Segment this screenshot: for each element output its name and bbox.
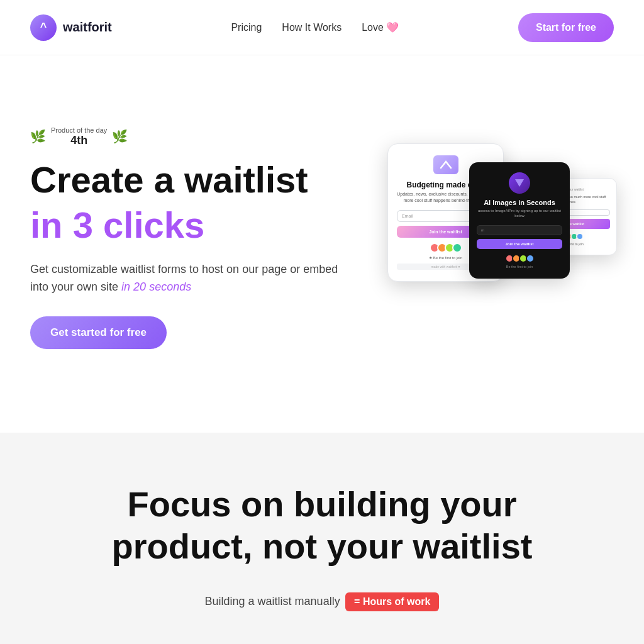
navbar: ^ waitforit Pricing How It Works Love 🩷 … bbox=[0, 0, 644, 55]
logo-area: ^ waitforit bbox=[30, 14, 112, 41]
brand-name: waitforit bbox=[63, 20, 112, 35]
hero-subtitle: in 3 clicks bbox=[30, 205, 357, 245]
hero-desc-link[interactable]: in 20 seconds bbox=[121, 280, 191, 293]
bottom-heading: Focus on building your product, not your… bbox=[70, 483, 574, 567]
avatar-4 bbox=[452, 243, 462, 253]
mockup-main-logo-icon bbox=[433, 155, 458, 174]
wreath-right-icon: 🌿 bbox=[112, 129, 128, 144]
hero-mockups: Budgeting made easy Updates, news, exclu… bbox=[387, 143, 614, 332]
mockup-dark-btn: Join the waitlist bbox=[477, 239, 562, 249]
wreath-left-icon: 🌿 bbox=[30, 129, 46, 144]
badge-content: Product of the day 4th bbox=[51, 126, 107, 147]
mockup-dark-logo bbox=[509, 172, 530, 194]
logo-symbol: ^ bbox=[40, 21, 47, 34]
nav-link-how-it-works[interactable]: How It Works bbox=[282, 22, 341, 33]
nav-item-love[interactable]: Love 🩷 bbox=[362, 21, 399, 33]
nav-link-love[interactable]: Love 🩷 bbox=[362, 22, 399, 33]
nav-cta-button[interactable]: Start for free bbox=[518, 13, 614, 42]
badge-label: Product of the day bbox=[51, 126, 107, 134]
mockup-dark: AI Images in Seconds access to ImageAlPr… bbox=[469, 162, 570, 279]
bottom-section: Focus on building your product, not your… bbox=[0, 433, 644, 644]
hours-badge: = Hours of work bbox=[345, 592, 439, 611]
nav-links: Pricing How It Works Love 🩷 bbox=[231, 21, 399, 33]
bottom-subtext: Building a waitlist manually bbox=[205, 595, 340, 608]
mockup-dark-input: m bbox=[477, 225, 562, 235]
dark-avatar-4 bbox=[526, 254, 535, 263]
mockup-dark-avatars bbox=[477, 254, 562, 263]
third-avatar-4 bbox=[576, 233, 584, 240]
mockup-dark-desc: access to ImageAlPro by signing up to ou… bbox=[477, 208, 562, 219]
hero-left: 🌿 Product of the day 4th 🌿 Create a wait… bbox=[30, 126, 357, 349]
hero-title: Create a waitlist bbox=[30, 160, 357, 200]
bottom-subline: Building a waitlist manually = Hours of … bbox=[30, 592, 614, 611]
nav-link-pricing[interactable]: Pricing bbox=[231, 22, 262, 33]
nav-item-how-it-works[interactable]: How It Works bbox=[282, 22, 341, 33]
mockup-dark-title: AI Images in Seconds bbox=[477, 199, 562, 206]
hero-description: Get customizable waitlist forms to host … bbox=[30, 260, 357, 297]
mockup-dark-logo-triangle bbox=[515, 179, 524, 187]
nav-item-pricing[interactable]: Pricing bbox=[231, 22, 262, 33]
hero-cta-button[interactable]: Get started for free bbox=[30, 316, 167, 349]
product-badge: 🌿 Product of the day 4th 🌿 bbox=[30, 126, 357, 147]
mockup-dark-first: Be the first to join bbox=[477, 265, 562, 269]
hero-section: 🌿 Product of the day 4th 🌿 Create a wait… bbox=[0, 55, 644, 433]
logo-icon: ^ bbox=[30, 14, 57, 41]
badge-rank: 4th bbox=[51, 134, 107, 147]
